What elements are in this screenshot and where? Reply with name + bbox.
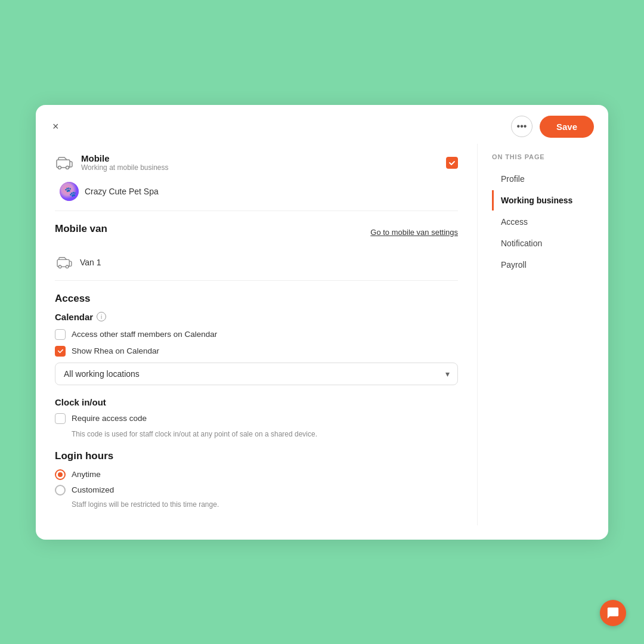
radio-customized-btn[interactable] [55, 485, 66, 496]
mobile-row-left: Mobile Working at mobile business [55, 153, 169, 172]
locations-dropdown[interactable]: All working locations Specific location [55, 363, 458, 385]
calendar-check-empty-1[interactable] [55, 329, 66, 340]
mobile-row: Mobile Working at mobile business [55, 148, 458, 177]
sidebar-item-profile[interactable]: Profile [492, 169, 594, 189]
sidebar-item-notification[interactable]: Notification [492, 233, 594, 253]
mobile-van-settings-link[interactable]: Go to mobile van settings [370, 228, 458, 237]
info-icon[interactable]: i [97, 312, 106, 321]
calendar-title: Calendar [55, 312, 93, 322]
clock-title: Clock in/out [55, 397, 458, 407]
svg-point-1 [58, 166, 61, 169]
mobile-info: Mobile Working at mobile business [81, 153, 169, 172]
radio-customized-label: Customized [72, 485, 114, 494]
mobile-title: Mobile [81, 153, 169, 163]
divider-1 [55, 210, 458, 211]
header-actions: ••• Save [511, 116, 594, 138]
login-hours-title: Login hours [55, 450, 458, 462]
svg-point-7 [66, 265, 69, 268]
sidebar-item-access[interactable]: Access [492, 212, 594, 232]
calendar-header: Calendar i [55, 312, 458, 322]
van-name: Van 1 [80, 258, 101, 267]
calendar-label-2: Show Rhea on Calendar [72, 346, 159, 355]
business-name: Crazy Cute Pet Spa [85, 187, 159, 196]
calendar-check-filled-2[interactable] [55, 346, 66, 357]
modal-header: × ••• Save [36, 105, 608, 138]
mobile-subtitle: Working at mobile business [81, 163, 169, 172]
van-row: Van 1 [55, 249, 458, 275]
access-section: Access Calendar i Access other staff mem… [55, 293, 458, 385]
svg-text:🐾: 🐾 [64, 186, 76, 197]
calendar-label-1: Access other staff members on Calendar [72, 330, 217, 339]
access-code-checkbox[interactable] [55, 413, 66, 424]
radio-anytime: Anytime [55, 469, 458, 480]
login-hours-helper: Staff logins will be restricted to this … [72, 500, 458, 509]
calendar-checkbox-2: Show Rhea on Calendar [55, 346, 458, 357]
divider-2 [55, 280, 458, 281]
access-title: Access [55, 293, 458, 305]
sidebar-item-payroll[interactable]: Payroll [492, 255, 594, 275]
save-button[interactable]: Save [540, 116, 594, 138]
more-icon: ••• [517, 121, 527, 132]
chat-button[interactable] [600, 600, 626, 626]
close-button[interactable]: × [50, 119, 61, 134]
main-content: Mobile Working at mobile business [36, 144, 477, 525]
sidebar-item-working-business[interactable]: Working business [492, 190, 594, 210]
mobile-van-section: Mobile van Go to mobile van settings V [55, 223, 458, 281]
access-code-label: Require access code [72, 414, 147, 423]
modal-body: Mobile Working at mobile business [36, 138, 608, 540]
locations-dropdown-wrapper: All working locations Specific location … [55, 363, 458, 385]
mobile-van-title: Mobile van [55, 223, 107, 235]
modal-container: × ••• Save [36, 105, 608, 540]
svg-point-2 [66, 166, 69, 169]
mobile-van-icon [55, 153, 74, 172]
on-this-page-label: ON THIS PAGE [492, 153, 594, 160]
svg-point-6 [58, 265, 61, 268]
radio-customized: Customized [55, 485, 458, 496]
access-code-helper: This code is used for staff clock in/out… [72, 430, 458, 438]
business-avatar: 🐾 [60, 182, 79, 201]
access-code-checkbox-row: Require access code [55, 413, 458, 424]
clock-section: Clock in/out Require access code This co… [55, 397, 458, 438]
more-options-button[interactable]: ••• [511, 116, 532, 137]
business-row: 🐾 Crazy Cute Pet Spa [55, 177, 458, 206]
radio-anytime-btn[interactable] [55, 469, 66, 480]
mobile-checkbox[interactable] [446, 157, 458, 169]
login-hours-section: Login hours Anytime Customized Staff log… [55, 450, 458, 509]
radio-anytime-label: Anytime [72, 470, 101, 479]
van-icon [55, 253, 74, 272]
sidebar: ON THIS PAGE Profile Working business Ac… [477, 144, 608, 525]
mobile-section: Mobile Working at mobile business [55, 148, 458, 211]
mobile-van-header: Mobile van Go to mobile van settings [55, 223, 458, 242]
calendar-checkbox-1: Access other staff members on Calendar [55, 329, 458, 340]
